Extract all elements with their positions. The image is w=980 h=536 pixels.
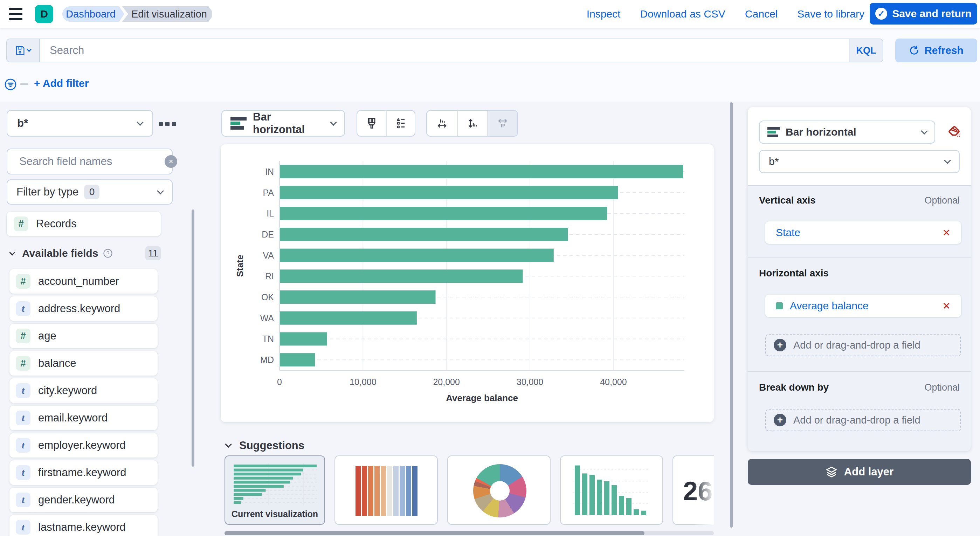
break-down-header: Break down by Optional: [759, 382, 960, 393]
vertical-scrollbar[interactable]: [730, 102, 733, 528]
search-query-input[interactable]: [40, 39, 849, 62]
number-field-icon: #: [14, 216, 29, 231]
field-name: address.keyword: [38, 302, 120, 315]
breadcrumb-dashboard[interactable]: Dashboard: [62, 6, 119, 22]
save-to-library-link[interactable]: Save to library: [797, 8, 864, 20]
field-item[interactable]: tlastname.keyword: [10, 515, 158, 536]
available-fields-count-badge: 11: [145, 246, 161, 260]
suggestion-current[interactable]: Current visualization: [224, 455, 325, 525]
records-field-item[interactable]: # Records: [6, 212, 161, 236]
field-item[interactable]: taddress.keyword: [10, 296, 158, 321]
sidebar-scrollbar[interactable]: [192, 210, 194, 467]
series-color-swatch: [776, 302, 783, 309]
cancel-link[interactable]: Cancel: [745, 8, 778, 20]
type-filter-count-badge: 0: [84, 184, 99, 199]
vertical-axis-dimension[interactable]: State ✕: [765, 221, 961, 244]
add-filter-button[interactable]: + Add filter: [34, 78, 89, 89]
field-item[interactable]: temployer.keyword: [10, 433, 158, 458]
legend-settings-button[interactable]: [386, 111, 415, 136]
string-field-icon: t: [16, 520, 30, 534]
axis-left-icon: [466, 117, 479, 130]
download-csv-link[interactable]: Download as CSV: [640, 8, 725, 20]
remove-dimension-icon[interactable]: ✕: [942, 300, 951, 312]
filter-by-type-button[interactable]: Filter by type 0: [6, 180, 173, 205]
field-name: account_number: [38, 275, 119, 288]
field-item[interactable]: tfirstname.keyword: [10, 460, 158, 485]
bar-IL[interactable]: [280, 207, 607, 220]
field-item[interactable]: tgender.keyword: [10, 488, 158, 512]
y-tick-label: VA: [263, 250, 274, 260]
bar-chart[interactable]: INPAILDEVARIOKWATNMD010,00020,00030,0004…: [221, 144, 714, 422]
bar-IN[interactable]: [280, 165, 683, 178]
field-item[interactable]: #age: [10, 324, 158, 348]
layer-index-pattern-select[interactable]: b*: [759, 150, 960, 173]
y-tick-label: DE: [262, 229, 274, 239]
suggestions-header[interactable]: Suggestions: [226, 439, 304, 452]
axis-bottom-icon: [436, 117, 448, 130]
field-item[interactable]: #balance: [10, 351, 158, 375]
bar-DE[interactable]: [280, 228, 568, 241]
layer-chart-type-select[interactable]: Bar horizontal: [759, 121, 935, 144]
vertical-axis-header: Vertical axis Optional: [759, 195, 960, 206]
string-field-icon: t: [16, 383, 30, 398]
chart-workspace-panel: INPAILDEVARIOKWATNMD010,00020,00030,0004…: [221, 144, 714, 422]
field-panel-options-button[interactable]: [159, 121, 177, 127]
field-item[interactable]: temail.keyword: [10, 406, 158, 430]
bar-MD[interactable]: [280, 353, 315, 366]
save-and-return-button[interactable]: ✓ Save and return: [870, 3, 977, 24]
index-pattern-select[interactable]: b*: [6, 110, 153, 137]
app-header: D Dashboard Edit visualization Inspect D…: [0, 0, 980, 28]
inspect-link[interactable]: Inspect: [587, 8, 620, 20]
chart-type-select[interactable]: Bar horizontal: [221, 110, 345, 137]
appearance-brush-button[interactable]: [357, 111, 386, 136]
chevron-down-icon: [921, 127, 928, 135]
axes-button-group: [426, 110, 518, 137]
horizontal-axis-dimension[interactable]: Average balance ✕: [765, 294, 961, 317]
field-item[interactable]: #account_number: [10, 269, 158, 294]
suggestions-scrollbar-thumb[interactable]: [224, 531, 644, 535]
field-item[interactable]: tcity.keyword: [10, 379, 158, 403]
app-logo[interactable]: D: [35, 5, 53, 23]
y-axis-title: State: [235, 255, 245, 277]
field-name: city.keyword: [38, 384, 97, 397]
bar-RI[interactable]: [280, 269, 523, 283]
x-tick-label: 10,000: [350, 377, 376, 387]
vertical-axis-settings-button[interactable]: [457, 111, 487, 136]
bar-VA[interactable]: [280, 249, 554, 262]
filter-pin-divider: [20, 83, 29, 85]
field-name: firstname.keyword: [38, 466, 126, 479]
clear-search-button[interactable]: ✕: [165, 155, 177, 168]
suggestion-donut[interactable]: [447, 455, 550, 525]
filter-icon[interactable]: [5, 78, 16, 91]
suggestion-metric[interactable]: 26,: [673, 455, 714, 525]
layer-config-panel: Bar horizontal b* Vertical axis Optional…: [748, 107, 971, 451]
suggestion-bar-palette[interactable]: [334, 455, 438, 525]
labels-icon: [496, 117, 509, 130]
y-tick-label: IN: [265, 167, 274, 177]
bar-WA[interactable]: [280, 312, 417, 325]
bar-PA[interactable]: [280, 186, 618, 199]
available-fields-header[interactable]: Available fields ? 11: [6, 245, 161, 261]
horizontal-axis-settings-button[interactable]: [427, 111, 457, 136]
query-bar: KQL: [6, 38, 883, 62]
string-field-icon: t: [16, 465, 30, 480]
menu-icon[interactable]: [9, 8, 22, 20]
save-icon: [16, 46, 24, 55]
divider: [748, 257, 971, 258]
labels-settings-button-disabled: [487, 111, 517, 136]
add-layer-button[interactable]: Add layer: [748, 459, 971, 485]
break-down-add-field[interactable]: + Add or drag-and-drop a field: [765, 409, 961, 431]
query-zone: KQL Refresh + Add filter: [0, 28, 980, 102]
field-search-input[interactable]: [19, 155, 159, 168]
saved-query-menu-button[interactable]: [7, 39, 40, 62]
clear-layer-button[interactable]: [946, 124, 962, 140]
remove-dimension-icon[interactable]: ✕: [942, 227, 951, 239]
string-field-icon: t: [16, 301, 30, 316]
bar-OK[interactable]: [280, 290, 436, 304]
legend-list-icon: [395, 117, 407, 130]
refresh-button[interactable]: Refresh: [895, 38, 977, 62]
horizontal-axis-add-field[interactable]: + Add or drag-and-drop a field: [765, 334, 961, 356]
bar-TN[interactable]: [280, 332, 327, 345]
query-language-button[interactable]: KQL: [849, 39, 883, 62]
suggestion-bar-vertical[interactable]: [560, 455, 663, 525]
